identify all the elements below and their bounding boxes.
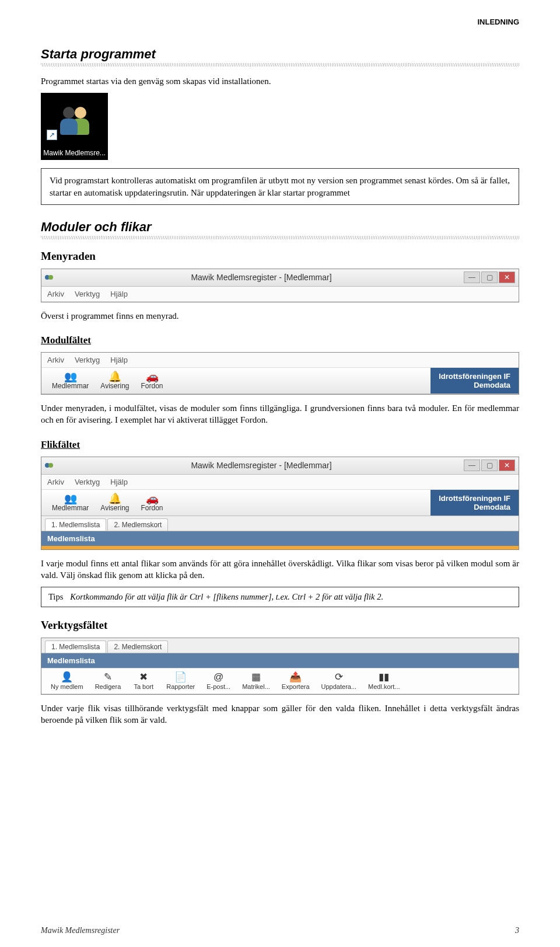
grid-icon: ▦: [251, 672, 261, 683]
people-icon: 👥: [64, 371, 77, 382]
barcode-icon: ▮▮: [379, 672, 389, 683]
app-icon: [45, 460, 55, 471]
desktop-shortcut: ↗ Mawik Medlemsre...: [41, 93, 108, 160]
section-divider: [41, 236, 519, 239]
refresh-icon: ⟳: [335, 672, 343, 683]
caption-menyraden: Överst i programmet finns en menyrad.: [41, 310, 519, 322]
menu-arkiv[interactable]: Arkiv: [47, 478, 64, 486]
user-icon: 👤: [61, 672, 73, 683]
menu-hjalp[interactable]: Hjälp: [110, 478, 128, 486]
section-title-moduler: Moduler och flikar: [41, 220, 519, 235]
maximize-button[interactable]: ▢: [481, 459, 498, 471]
tab-title-banner: Medlemslista: [41, 531, 519, 546]
menu-arkiv[interactable]: Arkiv: [47, 290, 64, 298]
menu-verktyg[interactable]: Verktyg: [75, 478, 100, 486]
footer-title: Mawik Medlemsregister: [41, 926, 120, 935]
menu-arkiv[interactable]: Arkiv: [47, 356, 64, 364]
tool-uppdatera[interactable]: ⟳Uppdatera...: [316, 671, 363, 691]
bell-icon: 🔔: [108, 371, 121, 382]
menu-hjalp[interactable]: Hjälp: [110, 290, 128, 298]
shortcut-label: Mawik Medlemsre...: [43, 149, 106, 160]
org-name-banner: Idrottsföreningen IF Demodata: [430, 368, 519, 394]
tool-redigera[interactable]: ✎Redigera: [89, 671, 127, 691]
tool-ny-medlem[interactable]: 👤Ny medlem: [45, 671, 89, 691]
tab-medlemskort[interactable]: 2. Medlemskort: [107, 640, 168, 653]
tab-medlemslista[interactable]: 1. Medlemslista: [45, 518, 106, 531]
edit-icon: ✎: [104, 672, 112, 683]
close-button[interactable]: ✕: [499, 271, 515, 283]
window-title: Mawik Medlemsregister - [Medlemmar]: [59, 461, 464, 470]
orange-divider: [41, 546, 519, 549]
car-icon: 🚗: [146, 493, 159, 504]
menu-hjalp[interactable]: Hjälp: [110, 356, 128, 364]
people-icon: 👥: [64, 493, 77, 504]
section-title-starta: Starta programmet: [41, 47, 519, 62]
tool-exportera[interactable]: 📤Exportera: [276, 671, 316, 691]
minimize-button[interactable]: —: [464, 459, 480, 471]
tool-ta-bort[interactable]: ✖Ta bort: [127, 671, 160, 691]
page-number: 3: [515, 926, 519, 935]
module-medlemmar[interactable]: 👥Medlemmar: [46, 492, 94, 513]
module-medlemmar[interactable]: 👥Medlemmar: [46, 370, 94, 391]
module-fordon[interactable]: 🚗Fordon: [135, 370, 169, 391]
module-avisering[interactable]: 🔔Avisering: [94, 492, 135, 513]
caption-verktygsfaltet: Under varje flik visas tillhörande verkt…: [41, 702, 519, 726]
heading-menyraden: Menyraden: [41, 250, 519, 263]
tips-box: Tips Kortkommando för att välja flik är …: [41, 587, 519, 607]
car-icon: 🚗: [146, 371, 159, 382]
org-name-banner: Idrottsföreningen IF Demodata: [430, 490, 519, 516]
heading-verktygsfaltet: Verktygsfältet: [41, 619, 519, 632]
email-icon: @: [214, 672, 223, 683]
tab-medlemskort[interactable]: 2. Medlemskort: [107, 518, 168, 531]
screenshot-flikfaltet: Mawik Medlemsregister - [Medlemmar] — ▢ …: [41, 457, 519, 550]
module-fordon[interactable]: 🚗Fordon: [135, 492, 169, 513]
close-button[interactable]: ✕: [499, 459, 515, 471]
window-title: Mawik Medlemsregister - [Medlemmar]: [59, 273, 464, 282]
export-icon: 📤: [289, 672, 302, 683]
tab-title-banner: Medlemslista: [41, 653, 519, 668]
maximize-button[interactable]: ▢: [481, 271, 498, 283]
bell-icon: 🔔: [108, 493, 121, 504]
shortcut-arrow-icon: ↗: [47, 130, 57, 140]
screenshot-verktygsfaltet: 1. Medlemslista 2. Medlemskort Medlemsli…: [41, 638, 519, 695]
info-box-programstart: Vid programstart kontrolleras automatisk…: [41, 168, 519, 205]
tips-label: Tips: [48, 592, 63, 602]
tool-rapporter[interactable]: 📄Rapporter: [160, 671, 201, 691]
screenshot-menyraden: Mawik Medlemsregister - [Medlemmar] — ▢ …: [41, 269, 519, 302]
heading-flikfaltet: Flikfältet: [41, 439, 519, 451]
intro-text: Programmet startas via den genväg som sk…: [41, 75, 519, 87]
caption-modulfaltet: Under menyraden, i modulfältet, visas de…: [41, 402, 519, 426]
menu-verktyg[interactable]: Verktyg: [75, 290, 100, 298]
heading-modulfaltet: Modulfältet: [41, 335, 519, 346]
tool-matrikel[interactable]: ▦Matrikel...: [236, 671, 276, 691]
app-icon: [45, 272, 55, 283]
tool-medlkort[interactable]: ▮▮Medl.kort...: [362, 671, 405, 691]
minimize-button[interactable]: —: [464, 271, 480, 283]
report-icon: 📄: [174, 672, 187, 683]
delete-icon: ✖: [139, 672, 148, 683]
section-divider: [41, 63, 519, 67]
menu-verktyg[interactable]: Verktyg: [75, 356, 100, 364]
tips-text: Kortkommando för att välja flik är Ctrl …: [70, 592, 512, 602]
page-header-label: INLEDNING: [41, 18, 519, 26]
screenshot-modulfaltet: Arkiv Verktyg Hjälp 👥Medlemmar 🔔Aviserin…: [41, 352, 519, 395]
module-avisering[interactable]: 🔔Avisering: [94, 370, 135, 391]
tool-epost[interactable]: @E-post...: [201, 671, 236, 691]
tab-medlemslista[interactable]: 1. Medlemslista: [45, 640, 106, 653]
caption-flikfaltet: I varje modul finns ett antal flikar som…: [41, 558, 519, 582]
